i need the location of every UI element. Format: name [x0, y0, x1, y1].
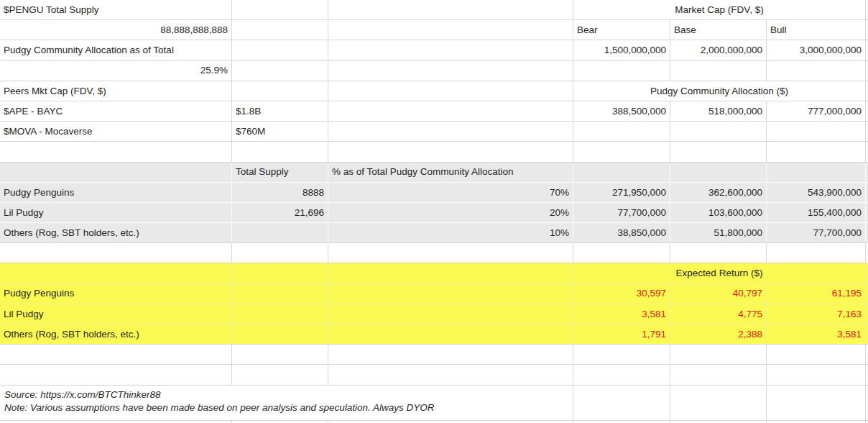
- pudgy-penguins-base[interactable]: 362,600,000: [670, 183, 767, 203]
- cell-E9[interactable]: [670, 163, 767, 183]
- cell-C8[interactable]: [328, 142, 573, 162]
- peer-ape-bayc-label[interactable]: $APE - BAYC: [0, 101, 232, 122]
- market-cap-base-value[interactable]: 2,000,000,000: [670, 40, 767, 60]
- cell-C18[interactable]: [328, 345, 573, 365]
- cell-F18[interactable]: [767, 345, 866, 365]
- cell-F7[interactable]: [767, 122, 866, 142]
- expected-lil-pudgy-base[interactable]: 4,775: [670, 304, 767, 324]
- pudgy-penguins-bull[interactable]: 543,900,000: [767, 183, 866, 203]
- cell-C15[interactable]: [328, 284, 573, 304]
- cell-C1[interactable]: [328, 0, 573, 20]
- pudgy-community-allocation-header[interactable]: Pudgy Community Allocation ($): [573, 81, 866, 101]
- cell-D8[interactable]: [573, 142, 670, 162]
- others-base[interactable]: 51,800,000: [670, 223, 767, 243]
- others-percent[interactable]: 10%: [328, 223, 573, 243]
- cell-E19[interactable]: [670, 365, 767, 385]
- cell-A13[interactable]: [0, 243, 232, 263]
- cell-C16[interactable]: [328, 304, 573, 324]
- lil-pudgy-percent[interactable]: 20%: [328, 203, 573, 223]
- expected-pudgy-penguins-bear[interactable]: 30,597: [573, 284, 670, 304]
- expected-others-label[interactable]: Others (Rog, SBT holders, etc.): [0, 324, 232, 345]
- cell-F21[interactable]: [767, 421, 866, 423]
- cell-D20[interactable]: [573, 386, 670, 421]
- cell-A9[interactable]: [0, 163, 232, 183]
- cell-E21[interactable]: [670, 421, 767, 423]
- cell-C5[interactable]: [328, 81, 573, 101]
- cell-D19[interactable]: [573, 365, 670, 385]
- scenario-bull-header[interactable]: Bull: [767, 20, 866, 40]
- cell-F20[interactable]: [767, 386, 866, 421]
- cell-C3[interactable]: [328, 40, 573, 60]
- expected-others-bull[interactable]: 3,581: [767, 324, 866, 345]
- cell-A14[interactable]: [0, 263, 232, 283]
- cell-B1[interactable]: [232, 0, 328, 20]
- cell-B19[interactable]: [232, 365, 328, 385]
- cell-B21[interactable]: [232, 421, 328, 423]
- pudgy-penguins-bear[interactable]: 271,950,000: [573, 183, 670, 203]
- expected-return-header[interactable]: Expected Return ($): [573, 263, 866, 283]
- community-allocation-percent-value[interactable]: 25.9%: [0, 61, 232, 81]
- scenario-bear-header[interactable]: Bear: [573, 20, 670, 40]
- pudgy-penguins-row-label[interactable]: Pudgy Penguins: [0, 183, 232, 203]
- cell-D9[interactable]: [573, 163, 670, 183]
- pengu-total-supply-label[interactable]: $PENGU Total Supply: [0, 0, 232, 20]
- cell-D13[interactable]: [573, 243, 670, 263]
- market-cap-bear-value[interactable]: 1,500,000,000: [573, 40, 670, 60]
- cell-B18[interactable]: [232, 345, 328, 365]
- peer-mova-mocaverse-value[interactable]: $760M: [232, 122, 328, 142]
- market-cap-bull-value[interactable]: 3,000,000,000: [767, 40, 866, 60]
- community-allocation-of-total-label[interactable]: Pudgy Community Allocation as of Total: [0, 40, 232, 60]
- total-supply-column-header[interactable]: Total Supply: [232, 163, 328, 183]
- others-row-label[interactable]: Others (Rog, SBT holders, etc.): [0, 223, 232, 243]
- cell-F13[interactable]: [767, 243, 866, 263]
- expected-others-bear[interactable]: 1,791: [573, 324, 670, 345]
- expected-lil-pudgy-bear[interactable]: 3,581: [573, 304, 670, 324]
- cell-D7[interactable]: [573, 122, 670, 142]
- expected-others-base[interactable]: 2,388: [670, 324, 767, 345]
- cell-B13[interactable]: [232, 243, 328, 263]
- cell-B14[interactable]: [232, 263, 328, 283]
- pengu-total-supply-value[interactable]: 88,888,888,888: [0, 20, 232, 40]
- cell-B15[interactable]: [232, 284, 328, 304]
- lil-pudgy-row-label[interactable]: Lil Pudgy: [0, 203, 232, 223]
- cell-A19[interactable]: [0, 365, 232, 385]
- cell-B4[interactable]: [232, 61, 328, 81]
- cell-E7[interactable]: [670, 122, 767, 142]
- cell-D21[interactable]: [573, 421, 670, 423]
- cell-C6[interactable]: [328, 101, 573, 122]
- cell-A18[interactable]: [0, 345, 232, 365]
- cell-D4[interactable]: [573, 61, 670, 81]
- cell-D18[interactable]: [573, 345, 670, 365]
- cell-A8[interactable]: [0, 142, 232, 162]
- cell-C17[interactable]: [328, 324, 573, 345]
- expected-pudgy-penguins-base[interactable]: 40,797: [670, 284, 767, 304]
- cell-B2[interactable]: [232, 20, 328, 40]
- cell-E4[interactable]: [670, 61, 767, 81]
- peer-mova-mocaverse-label[interactable]: $MOVA - Mocaverse: [0, 122, 232, 142]
- market-cap-fdv-header[interactable]: Market Cap (FDV, $): [573, 0, 866, 20]
- cell-C7[interactable]: [328, 122, 573, 142]
- cell-E13[interactable]: [670, 243, 767, 263]
- allocation-bull-value[interactable]: 777,000,000: [767, 101, 866, 122]
- lil-pudgy-base[interactable]: 103,600,000: [670, 203, 767, 223]
- peer-ape-bayc-value[interactable]: $1.8B: [232, 101, 328, 122]
- expected-pudgy-penguins-label[interactable]: Pudgy Penguins: [0, 284, 232, 304]
- cell-F8[interactable]: [767, 142, 866, 162]
- expected-lil-pudgy-label[interactable]: Lil Pudgy: [0, 304, 232, 324]
- cell-F9[interactable]: [767, 163, 866, 183]
- pudgy-penguins-percent[interactable]: 70%: [328, 183, 573, 203]
- cell-B5[interactable]: [232, 81, 328, 101]
- allocation-base-value[interactable]: 518,000,000: [670, 101, 767, 122]
- cell-C19[interactable]: [328, 365, 573, 385]
- cell-C4[interactable]: [328, 61, 573, 81]
- cell-B8[interactable]: [232, 142, 328, 162]
- scenario-base-header[interactable]: Base: [670, 20, 767, 40]
- cell-A21[interactable]: [0, 421, 232, 423]
- cell-C21[interactable]: [328, 421, 573, 423]
- cell-C13[interactable]: [328, 243, 573, 263]
- cell-C14[interactable]: [328, 263, 573, 283]
- lil-pudgy-bull[interactable]: 155,400,000: [767, 203, 866, 223]
- others-bear[interactable]: 38,850,000: [573, 223, 670, 243]
- cell-F19[interactable]: [767, 365, 866, 385]
- percent-allocation-column-header[interactable]: % as of Total Pudgy Community Allocation: [328, 163, 573, 183]
